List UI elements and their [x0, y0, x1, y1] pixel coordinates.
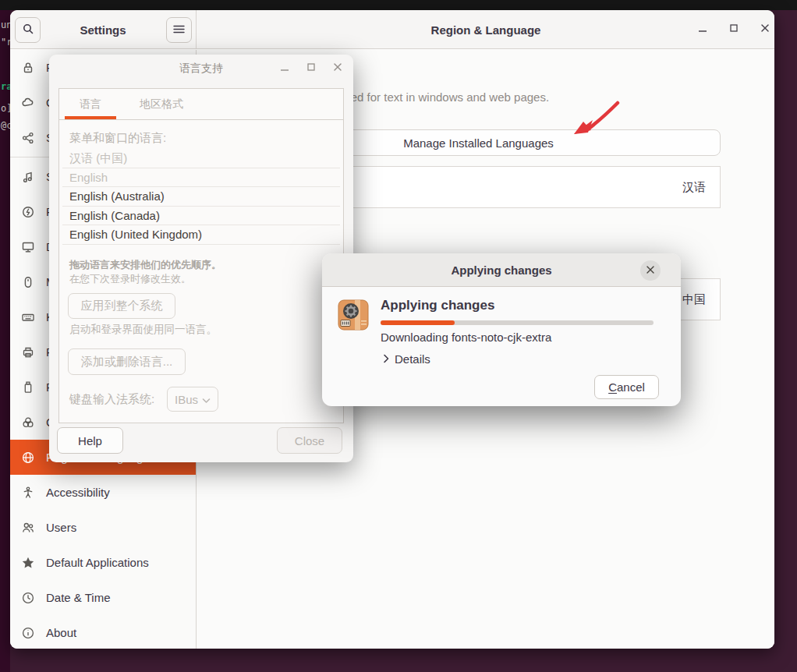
chevron-down-icon	[202, 393, 211, 406]
details-label: Details	[395, 352, 430, 366]
drag-hint-1: 拖动语言来安排他们的优先顺序。	[69, 258, 221, 272]
printer-icon	[20, 345, 36, 360]
star-icon	[20, 555, 36, 571]
mouse-icon	[20, 274, 36, 290]
sidebar-item-label: About	[46, 626, 76, 639]
language-value: 汉语	[682, 180, 706, 195]
dialog-close-button[interactable]	[328, 59, 347, 78]
menu-language-label: 菜单和窗口的语言:	[69, 131, 166, 146]
close-icon	[760, 23, 770, 37]
progress-bar	[381, 320, 654, 325]
language-list-item[interactable]: English (Canada)	[62, 207, 340, 226]
tab-bar: 语言 地区格式	[59, 89, 343, 120]
software-properties-icon	[338, 299, 369, 331]
minimize-icon	[279, 62, 290, 76]
headerbar-left: Settings	[10, 10, 197, 49]
ime-label: 键盘输入法系统:	[69, 392, 154, 407]
close-dialog-button[interactable]: Close	[277, 427, 342, 454]
language-list-item[interactable]: English (United Kingdom)	[62, 225, 340, 245]
terminal-background: un"rrao]@c	[0, 10, 10, 672]
minimize-button[interactable]	[692, 19, 714, 41]
maximize-button[interactable]	[723, 19, 745, 41]
power-icon	[20, 204, 36, 220]
menu-button[interactable]	[166, 17, 192, 43]
ime-value: IBus	[175, 393, 198, 406]
globe-icon	[20, 450, 36, 465]
tab-language[interactable]: 语言	[59, 89, 122, 120]
sidebar-item-label: Users	[46, 521, 76, 534]
keyboard-icon	[20, 309, 36, 325]
language-list-item[interactable]: English (Australia)	[62, 187, 340, 207]
sidebar-item-accessibility[interactable]: Accessibility	[10, 475, 196, 510]
dialog-minimize-button[interactable]	[275, 59, 294, 78]
language-list-item[interactable]: 汉语 (中国)	[62, 149, 340, 168]
removable-icon	[20, 380, 36, 395]
drag-hint-2: 在您下次登录时修改生效。	[69, 272, 191, 286]
sidebar-item-about[interactable]: About	[10, 615, 196, 649]
clock-icon	[20, 590, 36, 606]
displays-icon	[20, 239, 36, 255]
add-remove-languages-button[interactable]: 添加或删除语言...	[68, 348, 186, 375]
minimize-icon	[697, 23, 708, 37]
settings-headerbar: Settings Region & Language	[10, 10, 774, 49]
users-icon	[20, 520, 36, 536]
help-button[interactable]: Help	[57, 427, 123, 454]
sound-icon	[20, 169, 36, 185]
accessibility-icon	[20, 485, 36, 500]
formats-value: 中国	[682, 292, 706, 307]
top-panel	[0, 0, 797, 10]
applying-changes-dialog: Applying changes Applying changes Downlo…	[322, 253, 681, 406]
language-support-dialog: 语言支持 语言 地区格式 菜单和窗口的语言: 汉语 (中国)EnglishEng…	[49, 55, 353, 462]
hamburger-icon	[173, 23, 185, 37]
lock-icon	[20, 60, 36, 76]
color-icon	[20, 415, 36, 430]
download-status: Downloading fonts-noto-cjk-extra	[381, 331, 551, 344]
sidebar-item-label: Date & Time	[46, 591, 111, 604]
progress-fill	[381, 320, 455, 325]
maximize-icon	[306, 62, 317, 76]
tab-regional-formats[interactable]: 地区格式	[126, 89, 197, 120]
language-support-title: 语言支持	[179, 62, 223, 76]
dialog-maximize-button[interactable]	[302, 59, 321, 78]
info-icon	[20, 625, 36, 641]
language-support-frame: 语言 地区格式 菜单和窗口的语言: 汉语 (中国)EnglishEnglish …	[58, 88, 344, 423]
maximize-icon	[728, 23, 739, 37]
sidebar-item-label: Default Applications	[46, 556, 149, 569]
sidebar-item-label: Accessibility	[46, 486, 110, 499]
cancel-button[interactable]: Cancel	[594, 375, 659, 399]
apply-note: 启动和登录界面使用同一语言。	[69, 323, 217, 337]
details-expander[interactable]: Details	[383, 352, 430, 366]
applying-changes-titlebar[interactable]: Applying changes	[322, 253, 681, 287]
active-tab-underline	[65, 116, 116, 119]
chevron-right-icon	[383, 352, 389, 366]
sidebar-item-users[interactable]: Users	[10, 510, 196, 545]
sidebar-item-default-applications[interactable]: Default Applications	[10, 545, 196, 580]
close-icon	[332, 62, 343, 76]
cloud-icon	[20, 95, 36, 111]
close-button[interactable]	[754, 19, 774, 41]
sidebar-item-date-time[interactable]: Date & Time	[10, 580, 196, 615]
page-title: Region & Language	[197, 10, 774, 49]
applying-changes-heading: Applying changes	[381, 298, 494, 313]
apply-system-wide-button[interactable]: 应用到整个系统	[68, 293, 175, 319]
language-list-item[interactable]: English	[62, 168, 340, 188]
applying-close-button[interactable]	[640, 260, 661, 281]
applying-changes-title: Applying changes	[451, 263, 551, 277]
close-icon	[645, 264, 656, 278]
ime-dropdown[interactable]: IBus	[167, 387, 218, 412]
share-icon	[20, 130, 36, 146]
language-list: 汉语 (中国)EnglishEnglish (Australia)English…	[62, 149, 340, 245]
